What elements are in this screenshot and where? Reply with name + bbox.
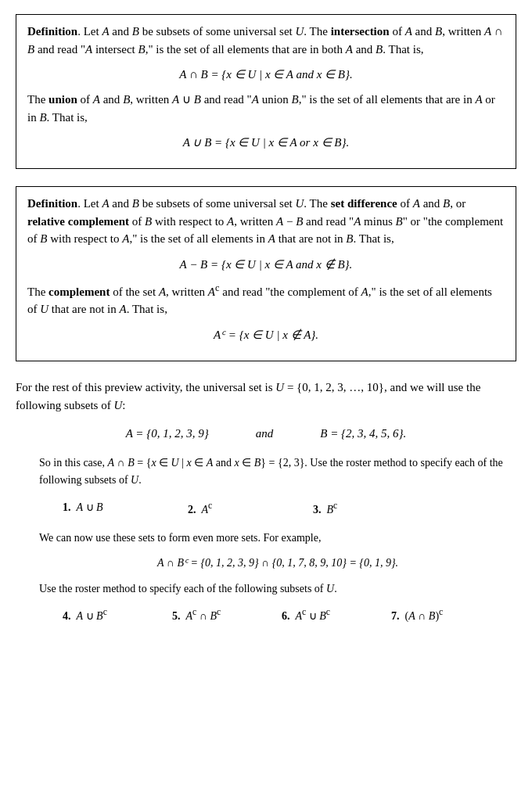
def2-formula1: A − B = {x ∈ U | x ∈ A and x ∉ B}. [27,257,505,271]
formula-example: A ∩ Bᶜ = {0, 1, 2, 3, 9} ∩ {0, 1, 7, 8, … [39,555,516,572]
prose1-text: For the rest of this preview activity, t… [16,379,516,415]
prose-section-1: For the rest of this preview activity, t… [16,379,516,415]
indent2-text: We can now use these sets to form even m… [39,530,516,547]
exercise-2: 2. Ac [188,499,313,519]
indent1-text: So in this case, A ∩ B = {x ∈ U | x ∈ A … [39,454,516,490]
exercise-5: 5. Ac ∩ Bc [172,605,282,625]
def2-complement-text: The complement of the set A, written Ac … [27,281,505,318]
exercises-row-1: 1. A ∪ B 2. Ac 3. Bc [63,499,516,519]
exercise-3: 3. Bc [313,499,438,519]
exercise-7: 7. (A ∩ B)c [391,605,501,625]
def1-union-text: The union of A and B, written A ∪ B and … [27,91,505,126]
indent-section-1: So in this case, A ∩ B = {x ∈ U | x ∈ A … [39,454,516,625]
def1-intro: Definition. Let A and B be subsets of so… [27,23,505,58]
exercise-6: 6. Ac ∪ Bc [282,605,391,625]
indent3-text: Use the roster method to specify each of… [39,580,516,598]
def1-formula1: A ∩ B = {x ∈ U | x ∈ A and x ∈ B}. [27,67,505,81]
exercises-row-2: 4. A ∪ Bc 5. Ac ∩ Bc 6. Ac ∪ Bc 7. (A ∩ … [63,605,516,625]
set-B-display: B = {2, 3, 4, 5, 6}. [320,427,406,440]
definition-box-2: Definition. Let A and B be subsets of so… [16,186,516,361]
def2-intro: Definition. Let A and B be subsets of so… [27,195,505,248]
exercise-4: 4. A ∪ Bc [63,605,172,625]
definition-box-1: Definition. Let A and B be subsets of so… [16,14,516,169]
ab-display-row: A = {0, 1, 2, 3, 9} and B = {2, 3, 4, 5,… [16,427,516,440]
set-A-display: A = {0, 1, 2, 3, 9} [126,427,209,440]
and-label: and [256,427,274,440]
exercise-1: 1. A ∪ B [63,499,188,519]
def1-formula2: A ∪ B = {x ∈ U | x ∈ A or x ∈ B}. [27,135,505,149]
def2-formula2: Aᶜ = {x ∈ U | x ∉ A}. [27,328,505,342]
